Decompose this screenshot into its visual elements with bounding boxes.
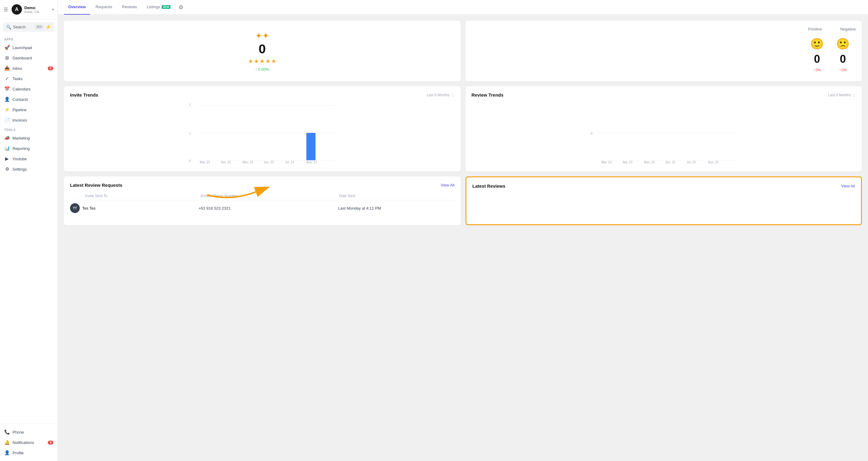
sidebar-item-label: Tasks bbox=[12, 77, 53, 81]
account-info[interactable]: Demo Irvine, CA bbox=[24, 5, 50, 14]
reviews-view-all[interactable]: View All bbox=[841, 184, 855, 188]
svg-text:0: 0 bbox=[591, 132, 592, 135]
marketing-icon: 📣 bbox=[4, 135, 10, 141]
dashboard-icon: ⊞ bbox=[4, 55, 10, 61]
requests-view-all[interactable]: View All bbox=[440, 183, 454, 188]
rating-count: 0 bbox=[259, 42, 266, 55]
svg-text:May, 23: May, 23 bbox=[644, 161, 655, 163]
rating-stats-card: ✦✦ 0 ★ ★ ★ ★ ★ ↑ 0.00% bbox=[64, 21, 461, 81]
content-area: ✦✦ 0 ★ ★ ★ ★ ★ ↑ 0.00% Positive Neg bbox=[58, 15, 868, 461]
star-4-icon: ★ bbox=[266, 58, 270, 65]
top-navigation: Overview Requests Reviews Listings NEW ⚙ bbox=[58, 0, 868, 15]
negative-pct: ↑ 0% bbox=[839, 68, 847, 72]
inbox-badge: 0 bbox=[48, 66, 53, 70]
sidebar-item-label: Reporting bbox=[12, 146, 53, 151]
sidebar-item-contacts[interactable]: 👤 Contacts bbox=[0, 94, 58, 105]
sidebar-item-reporting[interactable]: 📊 Reporting bbox=[0, 143, 58, 153]
profile-icon: 👤 bbox=[4, 450, 10, 456]
sidebar-item-launchpad[interactable]: 🚀 Launchpad bbox=[0, 42, 58, 53]
sidebar-item-notifications[interactable]: 🔔 Notifications 9 bbox=[0, 437, 58, 448]
sidebar-item-label: Settings bbox=[12, 167, 53, 172]
requests-table-title: Latest Review Requests bbox=[70, 182, 122, 188]
search-bar[interactable]: 🔍 Search ⌘K ⚡ bbox=[3, 22, 55, 32]
settings-icon: ⚙ bbox=[4, 166, 10, 172]
sad-face-icon: 🙁 bbox=[836, 37, 850, 50]
notifications-icon: 🔔 bbox=[4, 440, 10, 445]
sidebar-item-phone[interactable]: 📞 Phone bbox=[0, 427, 58, 437]
sidebar-item-label: Profile bbox=[12, 451, 53, 455]
stars-row: ★ ★ ★ ★ ★ bbox=[248, 58, 276, 65]
negative-col: 🙁 0 ↑ 0% bbox=[836, 37, 850, 72]
row-name: Tes Tes bbox=[82, 206, 198, 210]
youtube-icon: ▶ bbox=[4, 156, 10, 162]
sidebar-item-label: Contacts bbox=[12, 97, 53, 102]
svg-text:Aug, 23: Aug, 23 bbox=[708, 161, 718, 163]
tab-requests[interactable]: Requests bbox=[91, 0, 117, 15]
review-chart-header: Review Trends Last 6 Months ⋮ bbox=[472, 92, 856, 97]
col-header-phone: Email / Phone Number bbox=[200, 194, 339, 198]
review-chart-svg: 0 Mar, 23 Apr, 23 May, 23 Jun, 23 Jul, 2… bbox=[472, 103, 856, 163]
row-avatar: TT bbox=[70, 203, 80, 213]
notifications-badge: 9 bbox=[48, 440, 53, 444]
sidebar-item-dashboard[interactable]: ⊞ Dashboard bbox=[0, 53, 58, 63]
invite-trends-chart: 2 1 0 Mar, 23 Apr, 23 May, 23 bbox=[70, 103, 455, 163]
launchpad-icon: 🚀 bbox=[4, 45, 10, 50]
main-content: Overview Requests Reviews Listings NEW ⚙… bbox=[58, 0, 868, 461]
avatar: A bbox=[11, 4, 22, 15]
sidebar-item-youtube[interactable]: ▶ Youtube bbox=[0, 153, 58, 164]
positive-col: 🙂 0 ↑ 0% bbox=[810, 37, 824, 72]
svg-text:0: 0 bbox=[189, 160, 191, 163]
review-trends-chart: 0 Mar, 23 Apr, 23 May, 23 Jun, 23 Jul, 2… bbox=[472, 103, 856, 163]
sidebar-item-label: Dashboard bbox=[12, 56, 53, 60]
latest-requests-card: Latest Review Requests View All Invite S… bbox=[64, 176, 461, 225]
sidebar-item-profile[interactable]: 👤 Profile bbox=[0, 448, 58, 458]
tools-section-label: Tools bbox=[0, 125, 58, 133]
tab-reviews[interactable]: Reviews bbox=[118, 0, 141, 15]
svg-text:Aug, 23: Aug, 23 bbox=[306, 161, 317, 163]
sidebar-item-tasks[interactable]: ✓ Tasks bbox=[0, 74, 58, 84]
account-location: Irvine, CA bbox=[24, 10, 50, 14]
sidebar-item-label: Marketing bbox=[12, 136, 53, 141]
sidebar-item-label: Launchpad bbox=[12, 46, 53, 50]
negative-pct-value: 0% bbox=[841, 68, 847, 72]
charts-row: Invite Trends Last 6 Months ⋮ 2 1 0 bbox=[64, 86, 862, 172]
listings-new-badge: NEW bbox=[162, 5, 170, 9]
more-icon[interactable]: ⋮ bbox=[852, 93, 856, 97]
more-icon[interactable]: ⋮ bbox=[451, 93, 455, 97]
rating-percentage: ↑ 0.00% bbox=[255, 67, 269, 71]
sidebar-item-pipeline[interactable]: ⚡ Pipeline bbox=[0, 105, 58, 115]
tab-listings[interactable]: Listings NEW bbox=[143, 0, 175, 15]
tab-reviews-label: Reviews bbox=[122, 5, 137, 9]
hamburger-icon[interactable]: ☰ bbox=[4, 7, 8, 12]
chevron-down-icon[interactable]: ▾ bbox=[52, 7, 54, 11]
inbox-icon: 📥 bbox=[4, 65, 10, 71]
pipeline-icon: ⚡ bbox=[4, 107, 10, 112]
tab-overview[interactable]: Overview bbox=[64, 0, 90, 15]
star-2-icon: ★ bbox=[254, 58, 259, 65]
sidebar-item-marketing[interactable]: 📣 Marketing bbox=[0, 133, 58, 143]
sidebar-item-inbox[interactable]: 📥 Inbox 0 bbox=[0, 63, 58, 74]
posneg-header: Positive Negative bbox=[472, 27, 856, 34]
arrow-up-icon: ↑ bbox=[255, 67, 257, 71]
svg-text:2: 2 bbox=[189, 103, 191, 107]
reviews-title: Latest Reviews bbox=[472, 183, 505, 189]
sidebar-item-settings[interactable]: ⚙ Settings bbox=[0, 164, 58, 174]
table-column-headers: Invite Sent To Email / Phone Number Date… bbox=[70, 192, 455, 200]
phone-icon: 📞 bbox=[4, 429, 10, 435]
sidebar-header: ☰ A Demo Irvine, CA ▾ bbox=[0, 0, 58, 19]
settings-gear-button[interactable]: ⚙ bbox=[178, 4, 183, 11]
invite-chart-svg: 2 1 0 Mar, 23 Apr, 23 May, 23 bbox=[70, 103, 455, 163]
stars-sparkle-icon: ✦✦ bbox=[255, 31, 269, 41]
svg-text:Mar, 23: Mar, 23 bbox=[601, 161, 612, 163]
svg-text:Jul, 23: Jul, 23 bbox=[285, 161, 294, 163]
table-header: Latest Review Requests View All bbox=[70, 182, 455, 188]
stats-row: ✦✦ 0 ★ ★ ★ ★ ★ ↑ 0.00% Positive Neg bbox=[64, 21, 862, 81]
search-label: Search bbox=[13, 25, 33, 29]
positive-arrow-icon: ↑ bbox=[813, 68, 815, 72]
sidebar-item-label: Pipeline bbox=[12, 108, 53, 112]
search-icon: 🔍 bbox=[6, 25, 11, 30]
svg-text:Apr, 23: Apr, 23 bbox=[221, 161, 231, 163]
review-trends-title: Review Trends bbox=[472, 92, 503, 97]
sidebar-item-invoices[interactable]: 📄 Invoices bbox=[0, 115, 58, 125]
sidebar-item-calendars[interactable]: 📅 Calendars bbox=[0, 84, 58, 94]
